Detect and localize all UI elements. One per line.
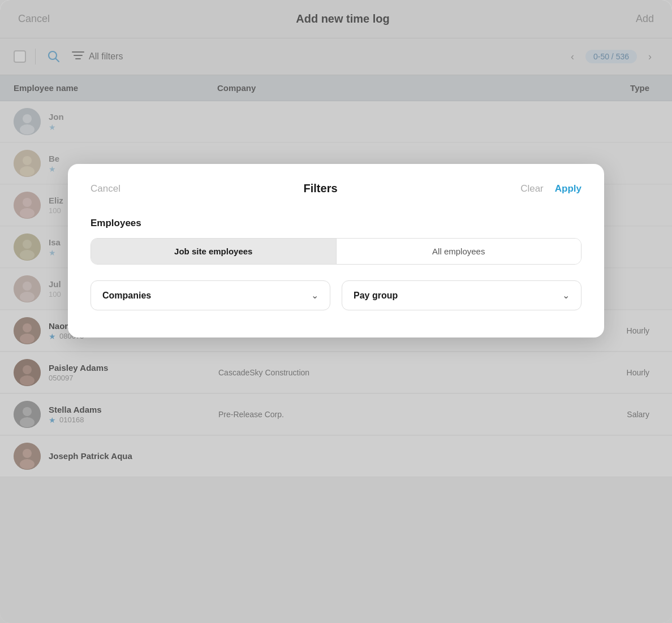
filter-clear-button[interactable]: Clear (520, 183, 544, 194)
pay-group-dropdown-label: Pay group (354, 291, 398, 301)
companies-dropdown[interactable]: Companies ⌄ (91, 280, 330, 310)
filter-cancel-button[interactable]: Cancel (91, 183, 120, 194)
job-site-employees-toggle[interactable]: Job site employees (91, 239, 336, 264)
companies-chevron-icon: ⌄ (311, 290, 318, 301)
filter-header: Cancel Filters Clear Apply (91, 182, 581, 195)
filter-modal: Cancel Filters Clear Apply Employees Job… (68, 164, 604, 338)
companies-dropdown-label: Companies (102, 291, 151, 301)
filter-actions: Clear Apply (520, 183, 581, 194)
filter-title: Filters (304, 182, 338, 195)
dropdown-row: Companies ⌄ Pay group ⌄ (91, 280, 581, 310)
pay-group-chevron-icon: ⌄ (562, 290, 570, 301)
employee-type-toggle: Job site employees All employees (91, 238, 581, 265)
filter-apply-button[interactable]: Apply (555, 183, 581, 194)
pay-group-dropdown[interactable]: Pay group ⌄ (342, 280, 581, 310)
all-employees-toggle[interactable]: All employees (336, 239, 581, 264)
employees-section-label: Employees (91, 218, 581, 229)
